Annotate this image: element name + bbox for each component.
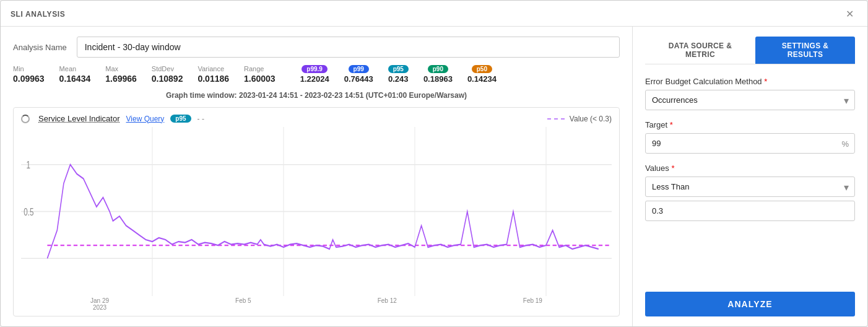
- stat-mean-value: 0.16434: [59, 74, 91, 84]
- analysis-name-row: Analysis Name: [13, 37, 620, 58]
- sli-label: Service Level Indicator: [38, 114, 120, 123]
- stat-range-value: 1.60003: [244, 74, 276, 84]
- stat-mean: Mean 0.16434: [59, 65, 91, 84]
- badge-pill: p50: [472, 65, 492, 73]
- stat-min-value: 0.09963: [13, 74, 45, 84]
- svg-text:0.5: 0.5: [24, 206, 33, 217]
- close-button[interactable]: ✕: [842, 7, 857, 21]
- stat-range-label: Range: [244, 65, 276, 72]
- badge-value: 0.243: [388, 74, 409, 84]
- p95-value: - -: [197, 115, 204, 123]
- badge-value: 1.22024: [300, 74, 329, 84]
- time-window: Graph time window: 2023-01-24 14:51 - 20…: [13, 91, 620, 100]
- modal-body: Analysis Name Min 0.09963 Mean 0.16434 M…: [1, 27, 867, 326]
- percentile-badge-p95: p95 0.243: [388, 65, 409, 84]
- stat-stddev: StdDev 0.10892: [152, 65, 183, 84]
- x-label-jan29: Jan 292023: [90, 297, 109, 311]
- target-input[interactable]: [645, 133, 855, 154]
- error-budget-label: Error Budget Calculation Method *: [645, 77, 855, 86]
- tab-bar: DATA SOURCE & METRIC SETTINGS & RESULTS: [645, 37, 855, 64]
- analyze-button[interactable]: ANALYZE: [645, 292, 855, 316]
- badge-pill: p95: [388, 65, 409, 73]
- threshold-input[interactable]: [645, 201, 855, 221]
- error-budget-group: Error Budget Calculation Method * Occurr…: [645, 77, 855, 110]
- left-panel: Analysis Name Min 0.09963 Mean 0.16434 M…: [1, 27, 632, 326]
- stat-max-label: Max: [105, 65, 137, 72]
- badge-pill: p99: [349, 65, 369, 73]
- svg-text:1: 1: [26, 159, 30, 171]
- stat-max: Max 1.69966: [105, 65, 137, 84]
- x-axis-labels: Jan 292023 Feb 5 Feb 12 Feb 19: [21, 297, 612, 311]
- stats-row: Min 0.09963 Mean 0.16434 Max 1.69966 Std…: [13, 65, 620, 84]
- tab-data-source[interactable]: DATA SOURCE & METRIC: [645, 37, 755, 64]
- chart-header: Service Level Indicator View Query p95 -…: [21, 114, 612, 123]
- error-budget-select[interactable]: Occurrences: [645, 90, 855, 110]
- analysis-name-label: Analysis Name: [13, 43, 67, 52]
- x-label-feb12: Feb 12: [378, 297, 397, 311]
- chart-header-right: Value (< 0.3): [547, 115, 612, 123]
- chart-header-left: Service Level Indicator View Query p95 -…: [21, 114, 204, 123]
- target-group: Target * %: [645, 120, 855, 154]
- stat-min: Min 0.09963: [13, 65, 45, 84]
- percentile-badge-p99: p99 0.76443: [344, 65, 373, 84]
- percentile-badge-p50: p50 0.14234: [467, 65, 497, 84]
- view-query-link[interactable]: View Query: [126, 115, 165, 123]
- values-group: Values * Less Than ▾: [645, 164, 855, 221]
- chart-area: 1 0.5: [21, 127, 612, 296]
- value-legend: Value (< 0.3): [570, 115, 612, 123]
- modal-title: SLI ANALYSIS: [11, 10, 65, 19]
- time-window-label: Graph time window:: [166, 91, 237, 100]
- x-label-feb19: Feb 19: [523, 297, 542, 311]
- percentile-badges: p99.9 1.22024 p99 0.76443 p95 0.243 p90 …: [300, 65, 497, 84]
- target-suffix: %: [841, 139, 849, 148]
- stat-min-label: Min: [13, 65, 45, 72]
- badge-pill: p99.9: [302, 65, 328, 73]
- chart-svg: 1 0.5: [21, 127, 612, 296]
- badge-value: 0.14234: [467, 74, 497, 84]
- tab-settings-results[interactable]: SETTINGS & RESULTS: [755, 37, 855, 64]
- badge-value: 0.76443: [344, 74, 373, 84]
- stat-stddev-value: 0.10892: [152, 74, 183, 84]
- target-label: Target *: [645, 120, 855, 129]
- chart-section: Service Level Indicator View Query p95 -…: [13, 107, 620, 316]
- stat-range: Range 1.60003: [244, 65, 276, 84]
- values-select-wrapper: Less Than ▾: [645, 177, 855, 197]
- values-label: Values *: [645, 164, 855, 173]
- sli-analysis-modal: SLI ANALYSIS ✕ Analysis Name Min 0.09963…: [0, 0, 868, 327]
- target-input-wrapper: %: [645, 133, 855, 154]
- modal-header: SLI ANALYSIS ✕: [1, 1, 867, 27]
- x-label-feb5: Feb 5: [235, 297, 251, 311]
- loading-icon: [21, 115, 30, 123]
- stat-stddev-label: StdDev: [152, 65, 183, 72]
- analysis-name-input[interactable]: [77, 37, 620, 58]
- time-window-value: 2023-01-24 14:51 - 2023-02-23 14:51 (UTC…: [239, 91, 467, 100]
- badge-value: 0.18963: [423, 74, 453, 84]
- error-budget-select-wrapper: Occurrences ▾: [645, 90, 855, 110]
- stat-variance-label: Variance: [197, 65, 229, 72]
- badge-pill: p90: [428, 65, 448, 73]
- stat-variance: Variance 0.01186: [197, 65, 229, 84]
- right-panel: DATA SOURCE & METRIC SETTINGS & RESULTS …: [632, 27, 867, 326]
- values-select[interactable]: Less Than: [645, 177, 855, 197]
- percentile-badge-p999: p99.9 1.22024: [300, 65, 329, 84]
- stat-mean-label: Mean: [59, 65, 91, 72]
- stat-variance-value: 0.01186: [197, 74, 229, 84]
- stat-max-value: 1.69966: [105, 74, 137, 84]
- p95-badge: p95: [170, 115, 191, 123]
- dashed-legend-icon: [547, 118, 565, 120]
- percentile-badge-p90: p90 0.18963: [423, 65, 453, 84]
